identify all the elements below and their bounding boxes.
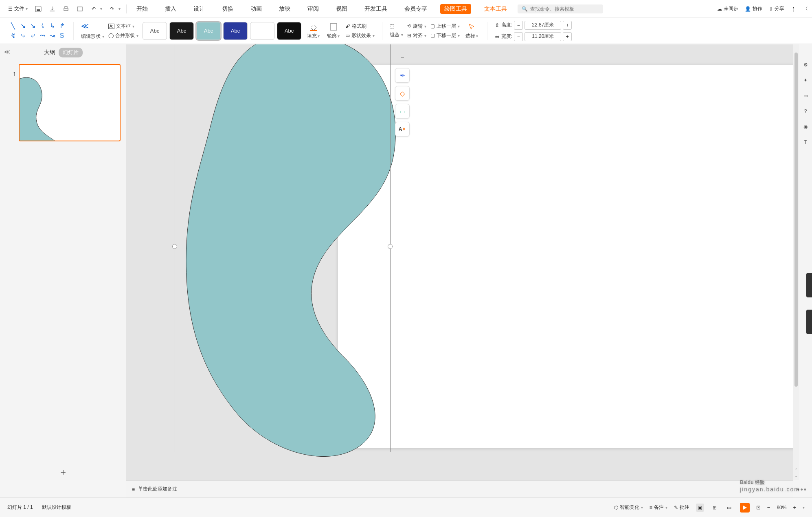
notes-placeholder[interactable]: 单击此处添加备注 xyxy=(138,486,177,493)
tab-member[interactable]: 会员专享 xyxy=(400,4,431,14)
comments-button[interactable]: ✎批注 xyxy=(674,504,689,511)
preset-3-selected[interactable]: Abc xyxy=(196,22,221,40)
more-icon[interactable]: ⋮ xyxy=(791,6,796,12)
slide-panel: ≪ 大纲 幻灯片 1 + xyxy=(0,44,126,480)
tab-slideshow[interactable]: 放映 xyxy=(275,4,294,14)
help-icon[interactable]: ? xyxy=(801,107,810,115)
width-icon: ⇔ xyxy=(495,33,500,40)
side-tab-1[interactable] xyxy=(806,273,812,297)
outline-button[interactable]: 轮廓▾ xyxy=(325,22,341,40)
save-icon[interactable] xyxy=(34,5,42,13)
export-icon[interactable] xyxy=(48,5,56,13)
height-inc[interactable]: + xyxy=(563,21,572,30)
width-field: ⇔宽度: − + xyxy=(495,32,572,41)
search-box[interactable]: 🔍 xyxy=(518,4,603,13)
select-button[interactable]: 选择▾ xyxy=(464,22,480,40)
text-icon[interactable]: T xyxy=(801,138,810,146)
quick-access-toolbar: ↶▾ ↷▾ xyxy=(34,5,121,13)
sync-button[interactable]: ☁未同步 xyxy=(717,5,738,12)
zoom-out-status[interactable]: − xyxy=(767,504,770,510)
zoom-in-status[interactable]: + xyxy=(793,504,796,510)
selection-handle-left[interactable] xyxy=(172,244,177,249)
notes-button[interactable]: ≡备注▾ xyxy=(650,504,667,511)
zoom-out-button[interactable]: − xyxy=(395,50,410,65)
slideshow-button[interactable] xyxy=(740,503,750,513)
tab-start[interactable]: 开始 xyxy=(132,4,152,14)
svg-rect-4 xyxy=(77,7,82,11)
vertical-scrollbar[interactable]: ⌃ ⌄ xyxy=(793,44,799,480)
preview-icon[interactable] xyxy=(76,5,84,13)
selection-handle-right[interactable] xyxy=(388,244,393,249)
line-gallery[interactable]: ╲↘↘⤹↳↱ ↯⤷⤶⤳↝S xyxy=(9,22,66,40)
width-inc[interactable]: + xyxy=(563,32,572,41)
shape-effects-button[interactable]: ▭形状效果▾ xyxy=(345,32,375,39)
tab-design[interactable]: 设计 xyxy=(189,4,209,14)
preset-2[interactable]: Abc xyxy=(169,22,194,40)
fill-tool-icon[interactable]: ◇ xyxy=(395,86,410,101)
bring-forward-button: ▢上移一层▾ xyxy=(430,23,460,30)
collapse-panel-icon[interactable]: ≪ xyxy=(4,48,10,55)
more-dots-icon[interactable]: ••• xyxy=(797,486,807,494)
width-dec[interactable]: − xyxy=(514,32,523,41)
tab-devtools[interactable]: 开发工具 xyxy=(360,4,391,14)
fill-button[interactable]: 填充▾ xyxy=(305,22,321,40)
outline-tab[interactable]: 大纲 xyxy=(44,49,55,56)
group-icon: ⬚ xyxy=(390,23,394,29)
sparkle-icon[interactable]: ✦ xyxy=(801,76,810,84)
tab-transition[interactable]: 切换 xyxy=(218,4,237,14)
print-icon[interactable] xyxy=(62,5,70,13)
height-dec[interactable]: − xyxy=(514,21,523,30)
textbox-button[interactable]: A:文本框▾ xyxy=(108,23,134,30)
rotate-button[interactable]: ⟲旋转▾ xyxy=(407,23,426,30)
sliders-icon[interactable]: ⚙ xyxy=(801,61,810,69)
reading-view-icon[interactable]: ▭ xyxy=(725,504,733,512)
tab-animation[interactable]: 动画 xyxy=(246,4,266,14)
pin-icon[interactable]: ◉ xyxy=(801,123,810,131)
collab-button[interactable]: 👤协作 xyxy=(745,5,762,12)
preset-1[interactable]: Abc xyxy=(143,22,167,40)
pen-tool-icon[interactable]: ✒ xyxy=(395,68,410,83)
template-name: 默认设计模板 xyxy=(42,504,71,511)
preset-6[interactable]: Abc xyxy=(277,22,301,40)
height-input[interactable] xyxy=(525,21,561,30)
share-button[interactable]: ⇧分享 xyxy=(769,5,784,12)
tab-review[interactable]: 审阅 xyxy=(303,4,323,14)
align-button[interactable]: ⊟对齐▾ xyxy=(407,32,426,39)
group-label[interactable]: 组合▾ xyxy=(390,31,403,38)
outline-icon xyxy=(328,22,339,32)
normal-view-icon[interactable]: ▣ xyxy=(696,504,704,512)
text-effect-icon[interactable]: A✦ xyxy=(395,122,410,136)
zoom-level[interactable]: 90% xyxy=(777,505,786,510)
tab-insert[interactable]: 插入 xyxy=(161,4,180,14)
fit-button[interactable]: ⊡ xyxy=(756,504,761,510)
canvas[interactable]: − ✒ ◇ ▭ A✦ xyxy=(126,44,799,480)
redo-icon[interactable]: ↷ xyxy=(108,5,116,13)
tab-view[interactable]: 视图 xyxy=(332,4,351,14)
width-input[interactable] xyxy=(525,32,561,41)
zoom-menu[interactable]: ▾ xyxy=(803,505,805,510)
preset-4[interactable]: Abc xyxy=(223,22,248,40)
present-icon[interactable]: ▭ xyxy=(801,92,810,100)
side-tab-2[interactable] xyxy=(806,310,812,334)
add-slide-button[interactable]: + xyxy=(60,466,66,478)
title-bar: ☰文件▾ ↶▾ ↷▾ 开始 插入 设计 切换 动画 放映 审阅 视图 开发工具 … xyxy=(0,0,812,18)
edit-shape-button[interactable]: ≪ xyxy=(81,22,89,31)
tab-drawing-tools[interactable]: 绘图工具 xyxy=(440,4,471,14)
preset-5[interactable]: Abc xyxy=(250,22,274,40)
tab-text-tools[interactable]: 文本工具 xyxy=(480,4,511,14)
beautify-button[interactable]: ⬡智能美化▾ xyxy=(614,504,643,511)
outline-tool-icon[interactable]: ▭ xyxy=(395,104,410,119)
group-button[interactable]: ⬚ xyxy=(390,23,394,29)
slide-thumbnail[interactable] xyxy=(19,64,121,141)
notes-bar[interactable]: ≡ 单击此处添加备注 xyxy=(126,480,793,497)
collapse-ribbon-icon[interactable]: 〈 xyxy=(803,5,808,13)
sorter-view-icon[interactable]: ⊞ xyxy=(711,504,719,512)
thumb-number: 1 xyxy=(13,71,16,77)
edit-shape-label[interactable]: 编辑形状▾ xyxy=(81,33,104,40)
format-painter-button[interactable]: 🖌格式刷 xyxy=(345,23,366,30)
file-menu[interactable]: ☰文件▾ xyxy=(4,4,32,14)
brush-icon: 🖌 xyxy=(345,23,350,29)
search-input[interactable] xyxy=(530,6,599,12)
undo-icon[interactable]: ↶ xyxy=(90,5,98,13)
slides-tab[interactable]: 幻灯片 xyxy=(59,48,83,57)
